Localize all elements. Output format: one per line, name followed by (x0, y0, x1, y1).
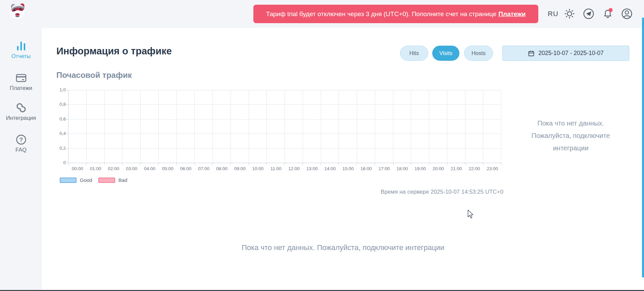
x-axis-tick (177, 163, 177, 165)
notifications-bell-icon[interactable] (602, 8, 613, 19)
language-selector[interactable]: RU (546, 10, 560, 18)
x-axis-tick (303, 163, 303, 165)
sidebar (0, 28, 42, 290)
x-axis-tick (339, 163, 339, 165)
legend-item: Bad (98, 177, 128, 183)
section-title: Почасовой трафик (56, 70, 132, 80)
x-axis-tick (249, 163, 249, 165)
payments-link[interactable]: Платежи (498, 10, 526, 18)
x-axis-label: 19:00 (411, 166, 429, 171)
raccoon-logo[interactable] (8, 2, 27, 21)
x-axis-tick (321, 163, 321, 165)
x-axis-tick (375, 163, 375, 165)
logo-nose (17, 13, 18, 14)
x-axis-tick (465, 163, 465, 165)
date-range-value: 2025-10-07 - 2025-10-07 (538, 50, 604, 57)
legend-label: Bad (118, 177, 128, 183)
x-axis-label: 12:00 (285, 166, 303, 171)
y-axis-label: 0,6 (52, 117, 66, 122)
gridline-vertical (465, 90, 465, 163)
gridline-vertical (375, 90, 375, 163)
x-axis-tick (266, 163, 267, 165)
gridline-horizontal (68, 90, 501, 90)
x-axis-tick (393, 163, 393, 165)
sidebar-item-integration[interactable]: Интеграция (0, 102, 42, 121)
x-axis-label: 20:00 (429, 166, 447, 171)
gridline-vertical (212, 90, 213, 163)
sidebar-item-reports[interactable]: Отчеты (0, 40, 42, 59)
y-axis-tick (66, 104, 68, 105)
svg-text:?: ? (19, 137, 22, 143)
gridline-vertical (411, 90, 411, 163)
gridline-vertical (429, 90, 429, 163)
server-time: Время на сервере 2025-10-07 14:53:25 UTC… (336, 189, 503, 195)
y-axis-tick (66, 134, 68, 134)
x-axis-tick (501, 163, 501, 165)
gridline-vertical (447, 90, 447, 163)
y-axis-label: 1,0 (52, 88, 66, 92)
telegram-icon[interactable] (583, 8, 594, 19)
gridline-vertical (357, 90, 357, 163)
y-axis-label: 0,4 (52, 131, 66, 136)
x-axis-tick (68, 163, 69, 165)
theme-toggle-sun-icon[interactable] (564, 8, 575, 19)
gridline-vertical (339, 90, 339, 163)
x-axis-label: 11:00 (267, 166, 285, 171)
x-axis-label: 22:00 (465, 166, 484, 171)
credit-card-icon (15, 72, 27, 84)
tab-hits[interactable]: Hits (400, 46, 428, 61)
tab-hosts[interactable]: Hosts (464, 46, 493, 61)
x-axis-label: 17:00 (375, 166, 393, 171)
x-axis-tick (429, 163, 429, 165)
x-axis-label: 01:00 (87, 166, 105, 171)
date-range-picker[interactable]: 2025-10-07 - 2025-10-07 (502, 46, 629, 61)
x-axis-tick (357, 163, 357, 165)
x-axis-label: 16:00 (357, 166, 375, 171)
chart-legend: GoodBad (60, 177, 133, 183)
x-axis-label: 07:00 (195, 166, 213, 171)
x-axis-label: 10:00 (249, 166, 267, 171)
x-axis-tick (212, 163, 213, 165)
y-axis-tick (66, 148, 68, 149)
gridline-vertical (249, 90, 249, 163)
y-axis-tick (66, 119, 68, 119)
sidebar-item-faq[interactable]: ? FAQ (0, 134, 42, 153)
banner-text: Тариф trial будет отключен через 3 дня (… (266, 10, 497, 18)
hourly-traffic-chart: 1,00,80,60,40,2000:0001:0002:0003:0004:0… (68, 90, 501, 163)
notification-dot (609, 8, 613, 12)
account-icon[interactable] (621, 8, 633, 19)
x-axis-tick (285, 163, 285, 165)
gridline-vertical (158, 90, 159, 163)
tab-visits[interactable]: Visits (432, 46, 459, 61)
gridline-vertical (501, 90, 501, 163)
sidebar-item-label: Отчеты (11, 53, 31, 59)
gridline-vertical (285, 90, 285, 163)
gridline-vertical (122, 90, 122, 163)
gridline-vertical (321, 90, 321, 163)
gridline-horizontal (68, 104, 501, 105)
x-axis-label: 21:00 (447, 166, 465, 171)
x-axis-tick (140, 163, 141, 165)
gridline-horizontal (68, 148, 501, 149)
y-axis-label: 0 (52, 160, 66, 165)
x-axis-tick (158, 163, 159, 165)
trial-warning-banner: Тариф trial будет отключен через 3 дня (… (253, 5, 538, 23)
sidebar-item-label: Интеграция (6, 115, 36, 121)
scrollbar-thumb[interactable] (642, 17, 644, 278)
x-axis-label: 13:00 (303, 166, 321, 171)
x-axis-tick (411, 163, 411, 165)
gridline-vertical (303, 90, 303, 163)
gridline-vertical (177, 90, 177, 163)
y-axis-tick (66, 163, 68, 163)
sidebar-item-payments[interactable]: Платежи (0, 72, 42, 91)
legend-label: Good (80, 177, 92, 183)
sidebar-item-label: FAQ (15, 147, 27, 153)
gridline-vertical (86, 90, 87, 163)
legend-item: Good (60, 177, 92, 183)
x-axis-label: 18:00 (393, 166, 411, 171)
gridline-vertical (266, 90, 267, 163)
x-axis-tick (231, 163, 231, 165)
gridline-vertical (483, 90, 483, 163)
gridline-vertical (393, 90, 393, 163)
x-axis-tick (194, 163, 195, 165)
